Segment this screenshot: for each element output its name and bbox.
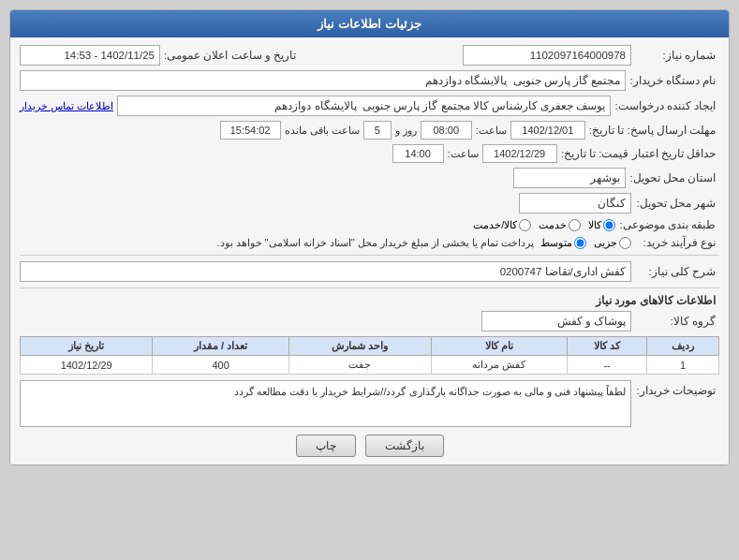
reply-date-input[interactable] bbox=[510, 121, 585, 140]
category-option-both[interactable]: کالا/خدمت bbox=[473, 219, 531, 231]
reply-days-input[interactable] bbox=[363, 121, 392, 140]
province-label: استان محل تحویل: bbox=[629, 171, 719, 184]
notes-box: لطفاً پیشنهاد فنی و مالی به صورت جداگانه… bbox=[20, 380, 631, 427]
reply-remaining-label: ساعت باقی مانده bbox=[285, 125, 360, 137]
creator-label: ایجاد کننده درخواست: bbox=[614, 99, 719, 112]
content-area: شماره نیاز: تاریخ و ساعت اعلان عمومی: نا… bbox=[10, 37, 729, 464]
buttons-row: بازگشت چاپ bbox=[20, 435, 719, 457]
category-radio-service[interactable] bbox=[569, 219, 581, 231]
notes-text: لطفاً پیشنهاد فنی و مالی به صورت جداگانه… bbox=[234, 386, 626, 397]
row-creator: ایجاد کننده درخواست: اطلاعات تماس خریدار bbox=[20, 96, 719, 116]
page-header: جزئیات اطلاعات نیاز bbox=[10, 10, 729, 37]
category-label: طبقه بندی موضوعی: bbox=[619, 218, 719, 231]
contact-link[interactable]: اطلاعات تماس خریدار bbox=[20, 100, 113, 112]
reply-days-label: روز و bbox=[395, 125, 417, 137]
need-desc-input[interactable] bbox=[20, 261, 631, 282]
goods-group-input[interactable] bbox=[481, 311, 631, 332]
row-notes: توضیحات خریدار: لطفاً پیشنهاد فنی و مالی… bbox=[20, 380, 719, 427]
print-button[interactable]: چاپ bbox=[296, 435, 356, 457]
date-input[interactable] bbox=[20, 45, 160, 66]
reply-deadline-label: مهلت ارسال پاسخ: تا تاریخ: bbox=[589, 124, 719, 137]
validity-time-label: ساعت: bbox=[448, 148, 479, 160]
purchase-type-note: پرداخت تمام یا بخشی از مبلغ خریدار محل "… bbox=[216, 237, 534, 249]
city-input[interactable] bbox=[519, 193, 631, 214]
row-need-description: شرح کلی نیاز: bbox=[20, 261, 719, 282]
purchase-type-medium[interactable]: متوسط bbox=[540, 237, 586, 249]
notes-label: توضیحات خریدار: bbox=[635, 380, 719, 397]
row-reply-deadline: مهلت ارسال پاسخ: تا تاریخ: ساعت: روز و س… bbox=[20, 121, 719, 140]
divider-1 bbox=[20, 255, 719, 256]
col-qty: تعداد / مقدار bbox=[153, 337, 289, 356]
validity-time-input[interactable] bbox=[392, 144, 444, 163]
main-container: جزئیات اطلاعات نیاز شماره نیاز: تاریخ و … bbox=[9, 9, 730, 465]
purchase-type-radio-group: جزیی متوسط bbox=[540, 237, 631, 249]
row-purchase-type: نوع فرآیند خرید: جزیی متوسط پرداخت تمام … bbox=[20, 236, 719, 249]
divider-2 bbox=[20, 287, 719, 288]
purchase-type-partial[interactable]: جزیی bbox=[594, 237, 631, 249]
purchase-type-radio-medium[interactable] bbox=[574, 237, 586, 249]
date-label: تاریخ و ساعت اعلان عمومی: bbox=[164, 49, 300, 62]
page-title: جزئیات اطلاعات نیاز bbox=[318, 17, 421, 31]
row-buyer-org: نام دستگاه خریدار: bbox=[20, 70, 719, 91]
province-input[interactable] bbox=[513, 168, 626, 188]
city-label: شهر محل تحویل: bbox=[635, 197, 719, 210]
category-option-service[interactable]: خدمت bbox=[539, 219, 581, 231]
category-radio-goods[interactable] bbox=[603, 219, 615, 231]
need-number-input[interactable] bbox=[463, 45, 631, 66]
need-desc-label: شرح کلی نیاز: bbox=[635, 265, 719, 278]
col-unit: واحد شمارش bbox=[288, 337, 431, 356]
purchase-type-radio-partial[interactable] bbox=[619, 237, 631, 249]
row-category: طبقه بندی موضوعی: کالا خدمت کالا/خدمت bbox=[20, 218, 719, 231]
row-city: شهر محل تحویل: bbox=[20, 193, 719, 214]
reply-time-input[interactable] bbox=[421, 121, 472, 140]
need-number-label: شماره نیاز: bbox=[635, 49, 719, 62]
category-radio-both[interactable] bbox=[519, 219, 531, 231]
table-row: 1--کفش مردانهجفت4001402/12/29 bbox=[21, 356, 719, 375]
col-date: تاریخ نیاز bbox=[21, 337, 153, 356]
validity-date-input[interactable] bbox=[482, 144, 557, 163]
reply-time-label: ساعت: bbox=[476, 125, 507, 137]
back-button[interactable]: بازگشت bbox=[365, 435, 444, 457]
row-province: استان محل تحویل: bbox=[20, 168, 719, 188]
col-row: ردیف bbox=[647, 337, 719, 356]
purchase-type-label: نوع فرآیند خرید: bbox=[635, 236, 719, 249]
goods-table: ردیف کد کالا نام کالا واحد شمارش تعداد /… bbox=[20, 336, 719, 375]
col-name: نام کالا bbox=[431, 337, 567, 356]
row-goods-group: گروه کالا: bbox=[20, 311, 719, 332]
buyer-org-label: نام دستگاه خریدار: bbox=[629, 74, 719, 87]
row-need-number: شماره نیاز: تاریخ و ساعت اعلان عمومی: bbox=[20, 45, 719, 66]
row-validity-deadline: حداقل تاریخ اعتبار قیمت: تا تاریخ: ساعت: bbox=[20, 144, 719, 163]
reply-remaining-input[interactable] bbox=[220, 121, 281, 140]
validity-deadline-label: حداقل تاریخ اعتبار قیمت: تا تاریخ: bbox=[561, 147, 719, 160]
buyer-org-input[interactable] bbox=[20, 70, 626, 91]
category-radio-group: کالا خدمت کالا/خدمت bbox=[473, 219, 615, 231]
goods-info-title: اطلاعات کالاهای مورد نیاز bbox=[20, 294, 719, 307]
col-code: کد کالا bbox=[568, 337, 647, 356]
category-option-goods[interactable]: کالا bbox=[588, 219, 615, 231]
creator-input[interactable] bbox=[117, 96, 611, 116]
goods-group-label: گروه کالا: bbox=[635, 315, 719, 328]
